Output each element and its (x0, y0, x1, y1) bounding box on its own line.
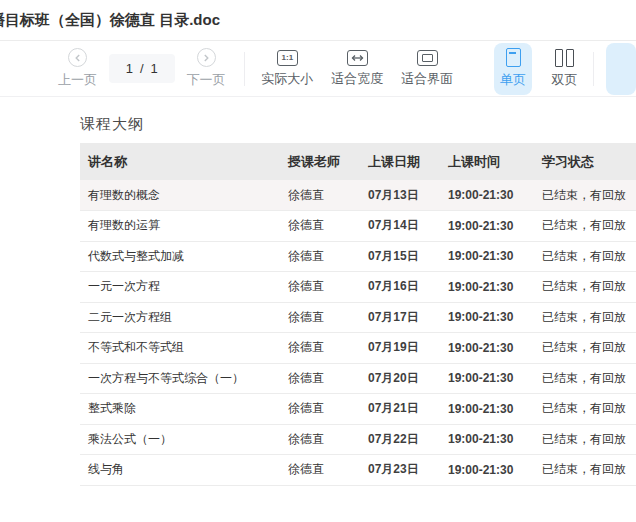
table-header-row: 讲名称授课老师上课日期上课时间学习状态 (80, 143, 636, 180)
cell-name: 有理数的概念 (80, 180, 280, 211)
cell-name: 有理数的运算 (80, 211, 280, 242)
cell-teacher: 徐德直 (280, 424, 360, 455)
cell-date: 07月17日 (360, 302, 440, 333)
cell-time: 19:00-21:30 (440, 424, 534, 455)
cell-time: 19:00-21:30 (440, 180, 534, 211)
cell-name: 不等式和不等式组 (80, 333, 280, 364)
cell-teacher: 徐德直 (280, 455, 360, 486)
column-header-time: 上课时间 (440, 143, 534, 180)
column-header-name: 讲名称 (80, 143, 280, 180)
cell-date: 07月23日 (360, 455, 440, 486)
cell-teacher: 徐德直 (280, 302, 360, 333)
actual-size-label: 实际大小 (261, 70, 313, 88)
table-row: 代数式与整式加减徐德直07月15日19:00-21:30已结束，有回放 (80, 241, 636, 272)
table-row: 乘法公式（一）徐德直07月22日19:00-21:30已结束，有回放 (80, 424, 636, 455)
fit-screen-button[interactable]: 适合界面 (400, 50, 454, 88)
page-indicator[interactable]: 1 / 1 (109, 54, 175, 83)
toolbar-divider (244, 52, 245, 86)
cell-time: 19:00-21:30 (440, 394, 534, 425)
document-page: 课程大纲 讲名称授课老师上课日期上课时间学习状态 有理数的概念徐德直07月13日… (0, 97, 636, 486)
cell-name: 乘法公式（一） (80, 424, 280, 455)
cell-time: 19:00-21:30 (440, 241, 534, 272)
cell-status: 已结束，有回放 (534, 455, 636, 486)
table-row: 有理数的运算徐德直07月14日19:00-21:30已结束，有回放 (80, 211, 636, 242)
table-row: 一次方程与不等式综合（一）徐德直07月20日19:00-21:30已结束，有回放 (80, 363, 636, 394)
column-header-date: 上课日期 (360, 143, 440, 180)
cell-time: 19:00-21:30 (440, 302, 534, 333)
cell-status: 已结束，有回放 (534, 180, 636, 211)
prev-page-label: 上一页 (58, 71, 97, 89)
table-row: 有理数的概念徐德直07月13日19:00-21:30已结束，有回放 (80, 180, 636, 211)
table-row: 一元一次方程徐德直07月16日19:00-21:30已结束，有回放 (80, 272, 636, 303)
cell-time: 19:00-21:30 (440, 333, 534, 364)
table-row: 线与角徐德直07月23日19:00-21:30已结束，有回放 (80, 455, 636, 486)
cell-date: 07月15日 (360, 241, 440, 272)
single-page-button[interactable]: 单页 (494, 43, 531, 95)
course-table: 讲名称授课老师上课日期上课时间学习状态 有理数的概念徐德直07月13日19:00… (80, 143, 636, 486)
fit-width-button[interactable]: 适合宽度 (330, 50, 384, 88)
cell-date: 07月22日 (360, 424, 440, 455)
section-heading: 课程大纲 (80, 115, 636, 134)
cell-teacher: 徐德直 (280, 333, 360, 364)
cell-status: 已结束，有回放 (534, 241, 636, 272)
column-header-status: 学习状态 (534, 143, 636, 180)
cell-teacher: 徐德直 (280, 363, 360, 394)
actual-size-button[interactable]: 1:1 实际大小 (260, 50, 314, 88)
double-page-button[interactable]: 双页 (546, 43, 583, 95)
cell-date: 07月19日 (360, 333, 440, 364)
cell-status: 已结束，有回放 (534, 333, 636, 364)
cell-time: 19:00-21:30 (440, 211, 534, 242)
cell-time: 19:00-21:30 (440, 363, 534, 394)
prev-page-button[interactable]: 上一页 (58, 48, 97, 89)
fit-screen-icon (417, 50, 438, 66)
cell-status: 已结束，有回放 (534, 424, 636, 455)
chevron-right-circle-icon (197, 48, 216, 67)
table-row: 二元一次方程组徐德直07月17日19:00-21:30已结束，有回放 (80, 302, 636, 333)
cell-name: 二元一次方程组 (80, 302, 280, 333)
fit-screen-label: 适合界面 (401, 70, 453, 88)
table-row: 不等式和不等式组徐德直07月19日19:00-21:30已结束，有回放 (80, 333, 636, 364)
cell-status: 已结束，有回放 (534, 211, 636, 242)
cell-teacher: 徐德直 (280, 211, 360, 242)
cut-off-toolbar-button[interactable] (606, 43, 636, 95)
cell-teacher: 徐德直 (280, 180, 360, 211)
cell-status: 已结束，有回放 (534, 272, 636, 303)
cell-date: 07月16日 (360, 272, 440, 303)
document-title: 播目标班（全国）徐德直 目录.doc (0, 11, 220, 30)
cell-name: 线与角 (80, 455, 280, 486)
next-page-button[interactable]: 下一页 (187, 48, 226, 89)
cell-teacher: 徐德直 (280, 241, 360, 272)
single-page-label: 单页 (500, 71, 526, 89)
toolbar-divider (593, 52, 594, 86)
cell-status: 已结束，有回放 (534, 363, 636, 394)
toolbar: 上一页 1 / 1 下一页 1:1 实际大小 适合宽度 适合界面 单页 (0, 41, 636, 97)
titlebar: 播目标班（全国）徐德直 目录.doc (0, 0, 636, 41)
cell-name: 一次方程与不等式综合（一） (80, 363, 280, 394)
page-current: 1 (126, 61, 133, 76)
cell-status: 已结束，有回放 (534, 302, 636, 333)
single-page-icon (506, 48, 521, 67)
cell-name: 一元一次方程 (80, 272, 280, 303)
fit-width-icon (347, 50, 368, 66)
page-total: 1 (151, 61, 158, 76)
next-page-label: 下一页 (187, 71, 226, 89)
chevron-left-circle-icon (68, 48, 87, 67)
double-page-icon (555, 49, 574, 67)
zoom-controls: 1:1 实际大小 适合宽度 适合界面 (260, 50, 454, 88)
cell-date: 07月13日 (360, 180, 440, 211)
cell-status: 已结束，有回放 (534, 394, 636, 425)
cell-date: 07月14日 (360, 211, 440, 242)
cell-time: 19:00-21:30 (440, 272, 534, 303)
cell-teacher: 徐德直 (280, 394, 360, 425)
column-header-teacher: 授课老师 (280, 143, 360, 180)
cell-date: 07月20日 (360, 363, 440, 394)
page-separator: / (140, 61, 144, 76)
cell-time: 19:00-21:30 (440, 455, 534, 486)
fit-width-label: 适合宽度 (331, 70, 383, 88)
cell-date: 07月21日 (360, 394, 440, 425)
cell-teacher: 徐德直 (280, 272, 360, 303)
double-page-label: 双页 (551, 71, 577, 89)
table-row: 整式乘除徐德直07月21日19:00-21:30已结束，有回放 (80, 394, 636, 425)
cell-name: 代数式与整式加减 (80, 241, 280, 272)
one-to-one-icon: 1:1 (277, 50, 298, 66)
